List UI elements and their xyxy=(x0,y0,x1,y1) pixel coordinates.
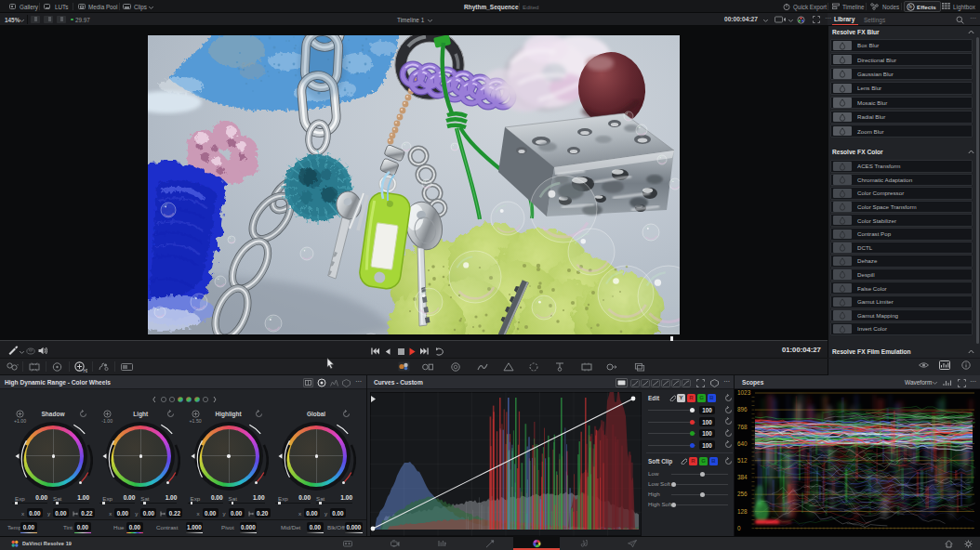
svg-text:384: 384 xyxy=(737,474,748,480)
svg-text:512: 512 xyxy=(737,457,748,464)
svg-text:fx: fx xyxy=(908,4,912,9)
svg-text:HDR: HDR xyxy=(84,369,88,373)
svg-text:896: 896 xyxy=(737,406,748,412)
svg-text:768: 768 xyxy=(737,424,748,430)
svg-text:640: 640 xyxy=(737,440,748,447)
svg-text:0: 0 xyxy=(737,525,741,531)
svg-text:128: 128 xyxy=(737,508,748,515)
svg-text:1023: 1023 xyxy=(737,389,751,396)
svg-text:256: 256 xyxy=(737,491,748,497)
